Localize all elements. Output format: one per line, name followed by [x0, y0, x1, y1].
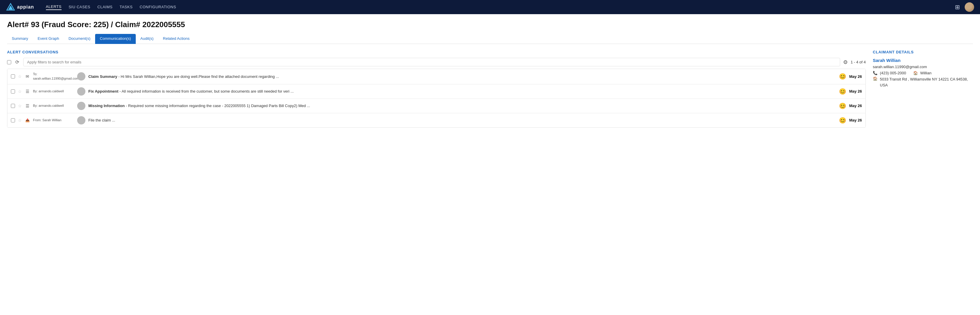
note-type-icon-2: ☰	[25, 89, 30, 94]
email-count-label: 1 - 4 of 4	[851, 60, 866, 64]
email-subject-1: Claim Summary	[88, 74, 117, 79]
nav-right: ⊞	[955, 2, 974, 12]
alert-conversations-title: ALERT CONVERSATIONS	[7, 50, 866, 54]
email-preview-3: - Required some missing information rega…	[125, 104, 310, 108]
forward-type-icon-4: 📤	[25, 118, 30, 122]
email-avatar-3	[77, 102, 85, 110]
email-row[interactable]: ☆ ☰ By: armando.caldwell Fix Appointment…	[7, 84, 865, 99]
email-search-input[interactable]	[23, 58, 840, 66]
filter-settings-button[interactable]: ⚙	[843, 59, 848, 66]
page-content: Alert# 93 (Fraud Score: 225) / Claim# 20…	[0, 14, 980, 315]
sentiment-icon-4: 😊	[839, 117, 846, 124]
email-avatar-2	[77, 87, 85, 96]
email-date-4: May 26	[849, 118, 862, 122]
tab-communications[interactable]: Communication(s)	[95, 34, 135, 44]
claimant-phone-row: 📞 (423) 005-2000 🏠 Willian	[873, 71, 973, 75]
right-panel: CLAIMANT DETAILS Sarah Willian sarah.wil…	[873, 50, 973, 128]
email-from-3: By: armando.caldwell	[33, 104, 74, 108]
appian-logo[interactable]: appian	[6, 3, 34, 11]
top-navigation: appian ALERTS SIU CASES CLAIMS TASKS CON…	[0, 0, 980, 14]
tab-documents[interactable]: Document(s)	[64, 34, 95, 44]
phone-icon: 📞	[873, 71, 878, 75]
email-from-1: To: sarah.willian.11990@gmail.com	[33, 72, 74, 81]
claimant-address-row: 🏠 5033 Transit Rd , Williamsville NY 142…	[873, 77, 973, 88]
sentiment-icon-2: 😊	[839, 88, 846, 95]
star-icon-2[interactable]: ☆	[18, 89, 22, 94]
claimant-email: sarah.willian.11990@gmail.com	[873, 65, 973, 69]
email-from-2: By: armando.caldwell	[33, 89, 74, 93]
tab-related-actions[interactable]: Related Actions	[158, 34, 194, 44]
select-all-checkbox[interactable]	[7, 60, 11, 64]
email-subject-2: Fix Appointment	[88, 89, 118, 93]
email-preview-1: - Hi Mrs Sarah Willian,Hope you are doin…	[117, 74, 279, 79]
email-row[interactable]: ☆ 📤 From: Sarah Willian File the claim .…	[7, 113, 865, 128]
email-toolbar: ⟳ ⚙ 1 - 4 of 4	[7, 58, 866, 66]
email-checkbox-3[interactable]	[11, 104, 15, 108]
star-icon-3[interactable]: ☆	[18, 104, 22, 108]
email-checkbox-4[interactable]	[11, 118, 15, 122]
email-preview-4: File the claim ...	[88, 118, 115, 122]
nav-link-alerts[interactable]: ALERTS	[46, 5, 62, 10]
email-preview-2: - All required information is received f…	[118, 89, 294, 93]
sentiment-icon-3: 😊	[839, 102, 846, 109]
email-subject-3: Missing Information	[88, 104, 125, 108]
tab-summary[interactable]: Summary	[7, 34, 33, 44]
company-icon: 🏠	[913, 71, 918, 75]
tab-bar: Summary Event Graph Document(s) Communic…	[7, 34, 973, 44]
left-panel: ALERT CONVERSATIONS ⟳ ⚙ 1 - 4 of 4 ☆ ✉ T…	[7, 50, 866, 128]
nav-links: ALERTS SIU CASES CLAIMS TASKS CONFIGURAT…	[46, 5, 946, 10]
email-body-2: Fix Appointment - All required informati…	[88, 89, 836, 93]
grid-icon[interactable]: ⊞	[955, 3, 960, 11]
user-avatar[interactable]	[965, 2, 974, 12]
claimant-name: Sarah Willian	[873, 58, 973, 63]
email-from-4: From: Sarah Willian	[33, 118, 74, 122]
nav-link-siu-cases[interactable]: SIU CASES	[68, 5, 91, 10]
refresh-button[interactable]: ⟳	[14, 59, 20, 66]
star-icon-4[interactable]: ☆	[18, 118, 22, 123]
main-layout: ALERT CONVERSATIONS ⟳ ⚙ 1 - 4 of 4 ☆ ✉ T…	[7, 50, 973, 128]
logo-text: appian	[17, 5, 34, 10]
nav-link-claims[interactable]: CLAIMS	[97, 5, 113, 10]
star-icon-1[interactable]: ☆	[18, 74, 22, 79]
email-date-1: May 26	[849, 74, 862, 79]
email-type-icon-1: ✉	[25, 74, 30, 79]
email-row[interactable]: ☆ ✉ To: sarah.willian.11990@gmail.com Cl…	[7, 69, 865, 84]
email-list: ☆ ✉ To: sarah.willian.11990@gmail.com Cl…	[7, 69, 866, 128]
email-avatar-4	[77, 116, 85, 125]
claimant-address: 5033 Transit Rd , Williamsville NY 14221…	[880, 77, 973, 88]
email-row[interactable]: ☆ ☰ By: armando.caldwell Missing Informa…	[7, 99, 865, 113]
email-checkbox-2[interactable]	[11, 90, 15, 93]
nav-link-configurations[interactable]: CONFIGURATIONS	[140, 5, 176, 10]
tab-audits[interactable]: Audit(s)	[136, 34, 158, 44]
claimant-company: Willian	[920, 71, 931, 75]
nav-link-tasks[interactable]: TASKS	[119, 5, 132, 10]
address-icon: 🏠	[873, 77, 878, 81]
email-body-3: Missing Information - Required some miss…	[88, 104, 836, 108]
tab-event-graph[interactable]: Event Graph	[33, 34, 64, 44]
email-body-4: File the claim ...	[88, 118, 836, 122]
note-type-icon-3: ☰	[25, 104, 30, 108]
page-title: Alert# 93 (Fraud Score: 225) / Claim# 20…	[7, 20, 973, 29]
claimant-phone: (423) 005-2000	[880, 71, 906, 75]
email-date-3: May 26	[849, 104, 862, 108]
sentiment-icon-1: 😊	[839, 73, 846, 80]
email-date-2: May 26	[849, 89, 862, 93]
email-avatar-1	[77, 72, 85, 80]
email-checkbox-1[interactable]	[11, 74, 15, 78]
email-body-1: Claim Summary - Hi Mrs Sarah Willian,Hop…	[88, 74, 836, 79]
claimant-details-title: CLAIMANT DETAILS	[873, 50, 973, 54]
